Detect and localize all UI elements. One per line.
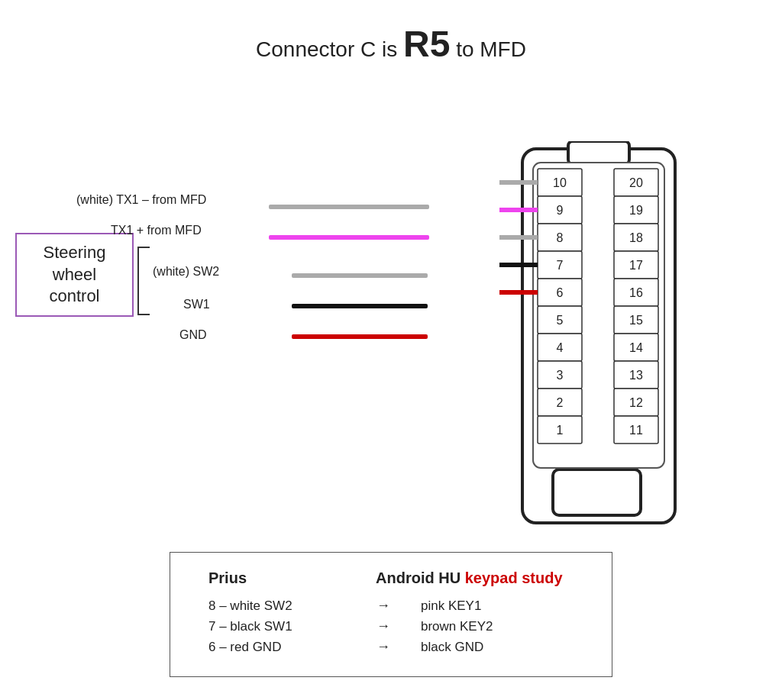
svg-text:7: 7 [557, 259, 564, 272]
table-row-0: 8 – white SW2 → pink KEY1 [208, 598, 574, 614]
wire-tx1-plus [269, 235, 429, 240]
wire-sw1 [292, 304, 428, 308]
svg-text:16: 16 [629, 286, 643, 299]
title-prefix: Connector C is [256, 37, 403, 61]
svg-text:13: 13 [629, 369, 643, 382]
label-gnd: GND [179, 328, 207, 342]
bracket [137, 247, 150, 315]
table-prius-0: 8 – white SW2 [208, 598, 346, 614]
table-arrow-0: → [372, 598, 395, 614]
android-header-red: keypad study [465, 569, 563, 586]
diagram-area: Steering wheel control (white) TX1 – fro… [0, 80, 782, 553]
svg-rect-4 [556, 473, 638, 512]
wire-sw2 [292, 273, 428, 278]
page-title: Connector C is R5 to MFD [0, 0, 782, 65]
svg-text:17: 17 [629, 259, 643, 272]
wire-gnd [292, 334, 428, 339]
svg-text:1: 1 [557, 424, 564, 437]
svg-text:18: 18 [629, 231, 643, 244]
table-android-2: black GND [421, 640, 574, 655]
table-col-prius-header: Prius [208, 569, 376, 587]
label-tx1-white: (white) TX1 – from MFD [76, 193, 206, 207]
svg-text:9: 9 [557, 204, 564, 217]
svg-text:6: 6 [557, 286, 564, 299]
table-prius-2: 6 – red GND [208, 640, 346, 655]
connector-diagram: 10 9 8 7 6 5 4 3 2 1 20 19 18 17 16 15 1… [499, 141, 736, 538]
svg-text:11: 11 [629, 424, 643, 437]
table-arrow-1: → [372, 618, 395, 634]
label-sw2: (white) SW2 [153, 265, 219, 279]
svg-text:19: 19 [629, 204, 643, 217]
table-android-1: brown KEY2 [421, 619, 574, 634]
table-row-2: 6 – red GND → black GND [208, 639, 574, 655]
svg-text:8: 8 [557, 231, 564, 244]
table-prius-1: 7 – black SW1 [208, 619, 346, 634]
bottom-table: Prius Android HU keypad study 8 – white … [170, 552, 612, 677]
table-android-0: pink KEY1 [421, 598, 574, 614]
table-col-android-header: Android HU keypad study [376, 569, 574, 587]
wire-tx1-white [269, 205, 429, 209]
sw-control-label: Steering wheel control [27, 242, 121, 308]
table-row-1: 7 – black SW1 → brown KEY2 [208, 618, 574, 634]
label-sw1: SW1 [183, 298, 210, 311]
svg-text:2: 2 [557, 396, 564, 409]
svg-text:15: 15 [629, 314, 643, 327]
svg-text:4: 4 [557, 341, 564, 354]
title-r5: R5 [403, 24, 450, 64]
table-arrow-2: → [372, 639, 395, 655]
svg-text:3: 3 [557, 369, 564, 382]
svg-text:14: 14 [629, 341, 643, 354]
sw-control-box: Steering wheel control [15, 233, 134, 317]
svg-text:10: 10 [553, 176, 567, 189]
svg-text:20: 20 [629, 176, 643, 189]
android-header-normal: Android HU [376, 569, 465, 586]
title-suffix: to MFD [450, 37, 526, 61]
table-header-row: Prius Android HU keypad study [208, 569, 574, 587]
label-tx1-plus: TX1 + from MFD [111, 224, 202, 237]
svg-text:12: 12 [629, 396, 643, 409]
svg-text:5: 5 [557, 314, 564, 327]
